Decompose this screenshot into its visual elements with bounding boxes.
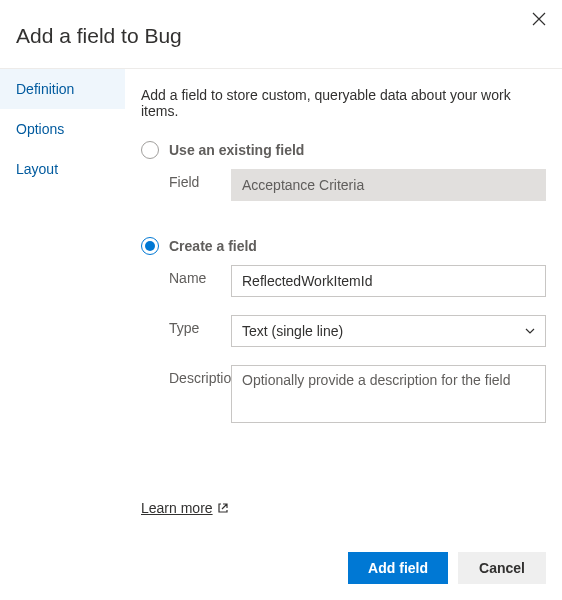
sidebar-item-options[interactable]: Options bbox=[0, 109, 125, 149]
main-panel: Add a field to store custom, queryable d… bbox=[125, 69, 562, 516]
use-existing-label: Use an existing field bbox=[169, 142, 304, 158]
add-field-button[interactable]: Add field bbox=[348, 552, 448, 584]
learn-more-label: Learn more bbox=[141, 500, 213, 516]
learn-more-link[interactable]: Learn more bbox=[141, 500, 229, 516]
sidebar: Definition Options Layout bbox=[0, 69, 125, 516]
name-label: Name bbox=[141, 265, 231, 286]
close-button[interactable] bbox=[528, 8, 550, 33]
dialog-title: Add a field to Bug bbox=[0, 0, 562, 68]
create-field-label: Create a field bbox=[169, 238, 257, 254]
close-icon bbox=[532, 12, 546, 26]
description-label: Description bbox=[141, 365, 231, 386]
intro-text: Add a field to store custom, queryable d… bbox=[141, 87, 546, 119]
sidebar-item-definition[interactable]: Definition bbox=[0, 69, 125, 109]
type-select[interactable]: Text (single line) bbox=[231, 315, 546, 347]
sidebar-item-layout[interactable]: Layout bbox=[0, 149, 125, 189]
external-link-icon bbox=[217, 502, 229, 514]
create-field-group: Create a field Name Type Text (single li… bbox=[141, 237, 546, 426]
cancel-button[interactable]: Cancel bbox=[458, 552, 546, 584]
use-existing-group: Use an existing field Field bbox=[141, 141, 546, 201]
name-input[interactable] bbox=[231, 265, 546, 297]
existing-field-input bbox=[231, 169, 546, 201]
description-input[interactable] bbox=[231, 365, 546, 423]
dialog-footer: Add field Cancel bbox=[348, 552, 546, 584]
existing-field-label: Field bbox=[141, 169, 231, 190]
create-field-radio[interactable] bbox=[141, 237, 159, 255]
use-existing-radio[interactable] bbox=[141, 141, 159, 159]
type-label: Type bbox=[141, 315, 231, 336]
